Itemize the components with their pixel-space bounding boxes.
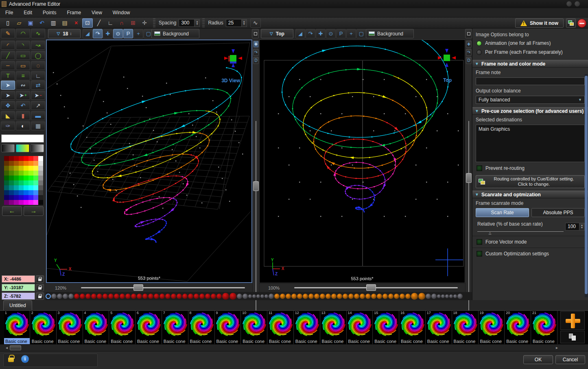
frame-preview[interactable] xyxy=(110,311,135,337)
menu-file[interactable]: File xyxy=(0,9,18,17)
frame-preview[interactable] xyxy=(215,311,240,337)
paint-roller-icon[interactable]: ▬ xyxy=(31,111,45,120)
palette-color[interactable] xyxy=(4,190,9,195)
radio-on-icon[interactable] xyxy=(477,41,482,46)
palette-color[interactable] xyxy=(4,166,9,171)
force-vector-row[interactable]: Force Vector mode xyxy=(472,236,588,248)
menu-edit[interactable]: Edit xyxy=(18,9,37,17)
remove-selection-icon[interactable]: ➤− xyxy=(31,91,45,100)
radio-per-frame[interactable]: Per Frame (each Frame separately) xyxy=(472,48,588,57)
palette-color[interactable] xyxy=(19,185,24,190)
palette-color[interactable] xyxy=(19,176,24,180)
hatch-fill-icon[interactable]: ≡ xyxy=(16,71,30,80)
point-dot-orange[interactable] xyxy=(291,294,297,299)
copy-icon[interactable]: ▥ xyxy=(48,18,59,28)
point-dot-orange[interactable] xyxy=(388,294,393,299)
select-points-icon[interactable]: ➤ xyxy=(1,91,15,100)
point-dot-gray_small[interactable] xyxy=(256,294,260,298)
custom-optimization-row[interactable]: Custom Optimization settings xyxy=(472,248,588,259)
point-dot-gray[interactable] xyxy=(457,294,463,299)
point-dot-red_big[interactable] xyxy=(230,293,236,300)
frame-rect-icon[interactable]: ▢ xyxy=(356,29,366,38)
slider-marker-icon[interactable]: △ xyxy=(489,231,491,235)
add-frame-button[interactable] xyxy=(560,311,585,330)
lock-z-button[interactable] xyxy=(36,292,44,300)
palette-color[interactable] xyxy=(24,190,28,195)
left-view-selector[interactable]: ▽ 18 ↕ xyxy=(48,29,81,38)
point-dot-red[interactable] xyxy=(199,294,205,299)
palette-color[interactable] xyxy=(33,161,38,166)
frame-preview[interactable] xyxy=(479,311,504,337)
image-fill-icon[interactable]: ▦ xyxy=(31,121,45,130)
frame-thumbnail[interactable]: 1Basic cone xyxy=(4,311,30,345)
curve-tool-icon[interactable]: ◠ xyxy=(16,29,30,38)
frame-preview[interactable] xyxy=(321,311,346,337)
palette-color[interactable] xyxy=(19,171,24,176)
frame-thumbnail[interactable]: 18Basic cone xyxy=(452,311,479,345)
palette-color[interactable] xyxy=(24,176,28,180)
rotate-tool-icon[interactable]: ↶ xyxy=(16,101,30,110)
palette-color[interactable] xyxy=(19,200,24,205)
rotate-view-icon[interactable]: ↷ xyxy=(93,29,103,38)
undo-icon[interactable]: ↶ xyxy=(37,18,47,28)
frame-thumbnail[interactable]: 20Basic cone xyxy=(505,311,531,345)
point-dot-gray[interactable] xyxy=(63,294,68,299)
pan-view-icon[interactable]: ✚ xyxy=(466,41,472,48)
relative-scanrate-input[interactable]: 100 ▲▼ xyxy=(565,223,585,231)
point-dot-gray_small[interactable] xyxy=(449,294,453,298)
frame-preview[interactable] xyxy=(4,311,30,337)
move-tool-icon[interactable]: ✥ xyxy=(1,101,15,110)
dotted-ellipse-icon[interactable]: ◌ xyxy=(31,61,45,70)
dotted-rectangle-icon[interactable]: ▭ xyxy=(16,61,30,70)
palette-gray[interactable] xyxy=(38,195,43,200)
point-dot-red[interactable] xyxy=(108,294,114,299)
left-view-maximize-button[interactable] xyxy=(252,29,259,38)
viewport-top[interactable]: Top 553 points* xyxy=(259,40,465,283)
checkbox-icon[interactable] xyxy=(477,239,482,245)
point-dot-gray[interactable] xyxy=(426,294,431,299)
open-folder-icon[interactable]: ▱ xyxy=(14,18,24,28)
palette-color[interactable] xyxy=(28,156,33,161)
spacing-spinner[interactable]: ▲▼ xyxy=(194,20,199,26)
add-point-icon[interactable]: + xyxy=(133,29,143,38)
palette-color[interactable] xyxy=(33,180,38,185)
scrollbar-thumb[interactable] xyxy=(10,345,21,350)
point-dot-red[interactable] xyxy=(211,294,216,299)
palette-color[interactable] xyxy=(19,190,24,195)
point-dot-red[interactable] xyxy=(205,294,210,299)
palette-color[interactable] xyxy=(19,161,24,166)
palette-color[interactable] xyxy=(28,161,33,166)
point-dot-red[interactable] xyxy=(74,294,79,299)
lasso-select-icon[interactable]: ∾ xyxy=(16,81,30,90)
palette-color[interactable] xyxy=(14,176,19,180)
point-dot-gray[interactable] xyxy=(431,294,437,299)
palette-color[interactable] xyxy=(28,176,33,180)
point-dot-red[interactable] xyxy=(165,294,170,299)
frame-thumbnail[interactable]: 9Basic cone xyxy=(215,311,241,345)
point-dot-orange_big[interactable] xyxy=(418,293,425,300)
frame-thumbnail[interactable]: 17Basic cone xyxy=(426,311,452,345)
palette-color[interactable] xyxy=(33,176,38,180)
lock-icon[interactable] xyxy=(8,358,14,362)
frame-preview[interactable] xyxy=(295,311,320,337)
palette-color[interactable] xyxy=(24,200,28,205)
frame-preview[interactable] xyxy=(453,311,478,337)
menu-view[interactable]: View xyxy=(86,9,107,17)
blend-color-button[interactable] xyxy=(16,144,29,152)
palette-color[interactable] xyxy=(24,195,28,200)
delete-icon[interactable]: × xyxy=(71,18,81,28)
snap-points-icon[interactable]: ✛ xyxy=(139,18,150,28)
point-dot-orange[interactable] xyxy=(405,294,411,299)
frame-preview[interactable] xyxy=(505,311,531,337)
palette-color[interactable] xyxy=(33,200,38,205)
palette-color[interactable] xyxy=(24,171,28,176)
palette-color[interactable] xyxy=(9,180,14,185)
palette-color[interactable] xyxy=(28,171,33,176)
palette-color[interactable] xyxy=(24,166,28,171)
palette-next-button[interactable]: → xyxy=(24,206,44,216)
point-dot-red[interactable] xyxy=(125,294,131,299)
palette-color[interactable] xyxy=(28,200,33,205)
add-selection-icon[interactable]: ➤+ xyxy=(16,91,30,100)
add-point-icon[interactable]: + xyxy=(346,29,356,38)
point-dot-red[interactable] xyxy=(160,294,165,299)
